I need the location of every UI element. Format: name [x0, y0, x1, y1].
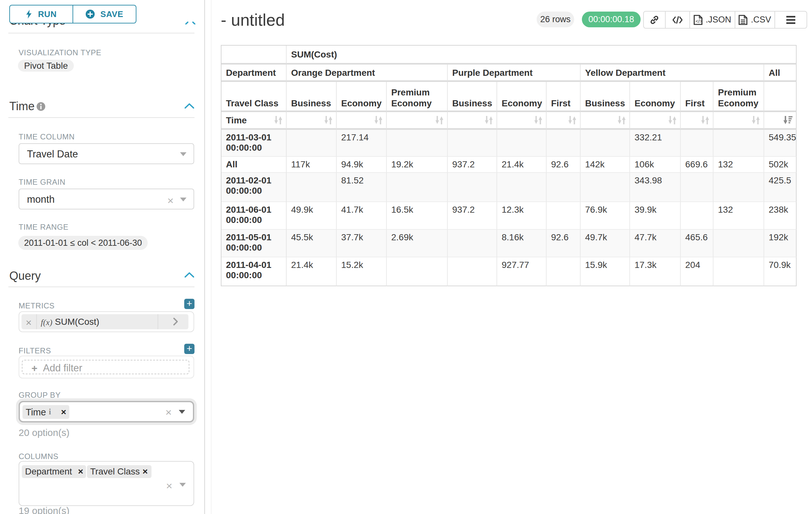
svg-text:</>: </> — [696, 18, 702, 24]
